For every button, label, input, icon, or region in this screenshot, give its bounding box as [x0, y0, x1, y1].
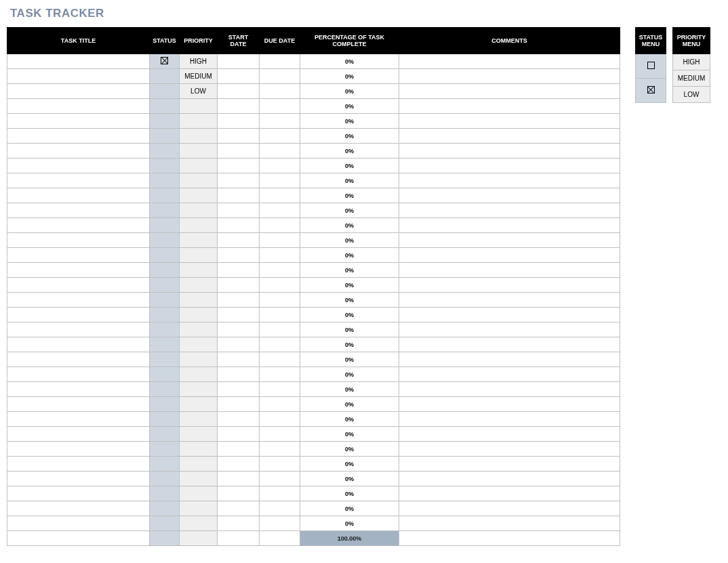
comments-cell[interactable]	[399, 218, 620, 233]
due-date-cell[interactable]	[260, 278, 300, 293]
comments-cell[interactable]	[399, 472, 620, 486]
pct-complete-cell[interactable]: 0%	[300, 54, 399, 69]
priority-cell[interactable]	[180, 188, 218, 203]
comments-cell[interactable]	[399, 352, 620, 367]
due-date-cell[interactable]	[260, 263, 300, 278]
task-title-cell[interactable]	[7, 129, 150, 144]
start-date-cell[interactable]	[218, 69, 260, 84]
comments-cell[interactable]	[399, 293, 620, 308]
task-title-cell[interactable]	[7, 188, 150, 203]
status-cell[interactable]	[150, 457, 180, 472]
status-cell[interactable]	[150, 397, 180, 412]
comments-cell[interactable]	[399, 248, 620, 263]
priority-cell[interactable]	[180, 457, 218, 472]
pct-complete-cell[interactable]: 0%	[300, 114, 399, 129]
pct-complete-cell[interactable]: 0%	[300, 337, 399, 352]
comments-cell[interactable]	[399, 322, 620, 337]
start-date-cell[interactable]	[218, 129, 260, 144]
task-title-cell[interactable]	[7, 472, 150, 486]
status-cell[interactable]	[150, 472, 180, 486]
comments-cell[interactable]	[399, 412, 620, 427]
priority-cell[interactable]	[180, 322, 218, 337]
due-date-cell[interactable]	[260, 218, 300, 233]
task-title-cell[interactable]	[7, 99, 150, 114]
start-date-cell[interactable]	[218, 367, 260, 382]
status-cell[interactable]	[150, 188, 180, 203]
priority-cell[interactable]	[180, 99, 218, 114]
pct-complete-cell[interactable]: 0%	[300, 367, 399, 382]
comments-cell[interactable]	[399, 501, 620, 516]
start-date-cell[interactable]	[218, 263, 260, 278]
priority-cell[interactable]: LOW	[180, 84, 218, 99]
priority-cell[interactable]	[180, 337, 218, 352]
status-cell[interactable]	[150, 427, 180, 442]
comments-cell[interactable]	[399, 263, 620, 278]
priority-cell[interactable]	[180, 382, 218, 397]
priority-cell[interactable]	[180, 352, 218, 367]
pct-complete-cell[interactable]: 0%	[300, 442, 399, 457]
due-date-cell[interactable]	[260, 293, 300, 308]
task-title-cell[interactable]	[7, 367, 150, 382]
start-date-cell[interactable]	[218, 173, 260, 188]
priority-cell[interactable]	[180, 472, 218, 486]
comments-cell[interactable]	[399, 442, 620, 457]
start-date-cell[interactable]	[218, 397, 260, 412]
task-title-cell[interactable]	[7, 278, 150, 293]
pct-complete-cell[interactable]: 0%	[300, 248, 399, 263]
task-title-cell[interactable]	[7, 442, 150, 457]
pct-complete-cell[interactable]: 0%	[300, 159, 399, 173]
status-cell[interactable]	[150, 69, 180, 84]
comments-cell[interactable]	[399, 516, 620, 531]
comments-cell[interactable]	[399, 367, 620, 382]
pct-complete-cell[interactable]: 0%	[300, 457, 399, 472]
due-date-cell[interactable]	[260, 516, 300, 531]
due-date-cell[interactable]	[260, 54, 300, 69]
comments-cell[interactable]	[399, 397, 620, 412]
priority-cell[interactable]	[180, 144, 218, 159]
comments-cell[interactable]	[399, 129, 620, 144]
pct-complete-cell[interactable]: 0%	[300, 278, 399, 293]
priority-cell[interactable]	[180, 248, 218, 263]
task-title-cell[interactable]	[7, 352, 150, 367]
pct-complete-cell[interactable]: 0%	[300, 218, 399, 233]
comments-cell[interactable]	[399, 427, 620, 442]
start-date-cell[interactable]	[218, 233, 260, 248]
status-cell[interactable]	[150, 293, 180, 308]
pct-complete-cell[interactable]: 0%	[300, 427, 399, 442]
due-date-cell[interactable]	[260, 457, 300, 472]
due-date-cell[interactable]	[260, 114, 300, 129]
priority-cell[interactable]	[180, 218, 218, 233]
priority-cell[interactable]	[180, 293, 218, 308]
status-cell[interactable]	[150, 203, 180, 218]
task-title-cell[interactable]	[7, 218, 150, 233]
start-date-cell[interactable]	[218, 352, 260, 367]
status-cell[interactable]	[150, 337, 180, 352]
pct-complete-cell[interactable]: 0%	[300, 501, 399, 516]
start-date-cell[interactable]	[218, 84, 260, 99]
start-date-cell[interactable]	[218, 412, 260, 427]
priority-cell[interactable]: MEDIUM	[180, 69, 218, 84]
start-date-cell[interactable]	[218, 278, 260, 293]
comments-cell[interactable]	[399, 159, 620, 173]
pct-complete-cell[interactable]: 0%	[300, 263, 399, 278]
comments-cell[interactable]	[399, 233, 620, 248]
task-title-cell[interactable]	[7, 114, 150, 129]
start-date-cell[interactable]	[218, 382, 260, 397]
status-cell[interactable]	[150, 486, 180, 501]
pct-complete-cell[interactable]: 0%	[300, 129, 399, 144]
task-title-cell[interactable]	[7, 84, 150, 99]
status-cell[interactable]	[150, 233, 180, 248]
priority-cell[interactable]	[180, 367, 218, 382]
pct-complete-cell[interactable]: 0%	[300, 173, 399, 188]
task-title-cell[interactable]	[7, 427, 150, 442]
status-cell[interactable]	[150, 442, 180, 457]
start-date-cell[interactable]	[218, 144, 260, 159]
due-date-cell[interactable]	[260, 367, 300, 382]
start-date-cell[interactable]	[218, 188, 260, 203]
comments-cell[interactable]	[399, 114, 620, 129]
start-date-cell[interactable]	[218, 427, 260, 442]
due-date-cell[interactable]	[260, 188, 300, 203]
due-date-cell[interactable]	[260, 427, 300, 442]
pct-complete-cell[interactable]: 0%	[300, 472, 399, 486]
task-title-cell[interactable]	[7, 144, 150, 159]
